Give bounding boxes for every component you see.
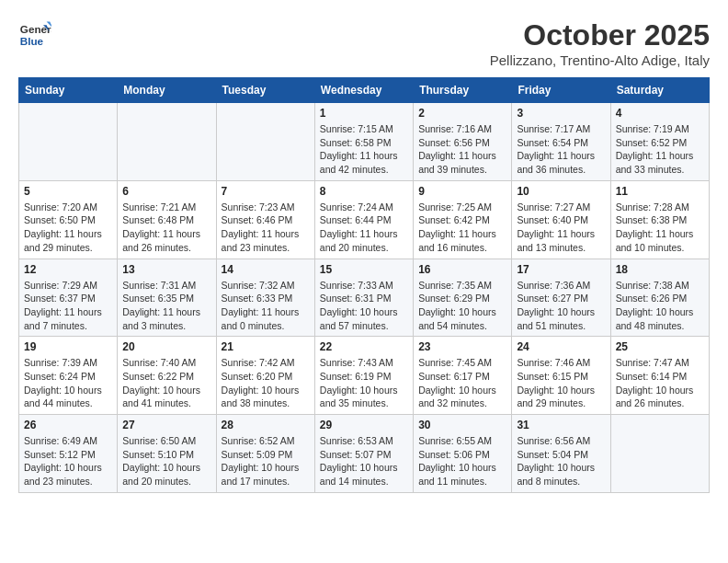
day-info: Sunrise: 7:39 AMSunset: 6:24 PMDaylight:…: [24, 356, 112, 410]
day-number: 31: [517, 419, 605, 431]
day-number: 29: [320, 419, 408, 431]
day-number: 12: [24, 263, 112, 276]
day-info: Sunrise: 6:50 AMSunset: 5:10 PMDaylight:…: [122, 434, 210, 488]
empty-cell: [216, 103, 314, 181]
day-info: Sunrise: 7:43 AMSunset: 6:19 PMDaylight:…: [320, 356, 408, 410]
day-cell-20: 20Sunrise: 7:40 AMSunset: 6:22 PMDayligh…: [118, 337, 216, 415]
day-info: Sunrise: 7:19 AMSunset: 6:52 PMDaylight:…: [616, 122, 704, 177]
day-header-wednesday: Wednesday: [314, 78, 413, 103]
day-cell-15: 15Sunrise: 7:33 AMSunset: 6:31 PMDayligh…: [314, 259, 413, 337]
day-cell-1: 1Sunrise: 7:15 AMSunset: 6:58 PMDaylight…: [314, 103, 413, 181]
day-cell-4: 4Sunrise: 7:19 AMSunset: 6:52 PMDaylight…: [610, 103, 709, 181]
day-cell-31: 31Sunrise: 6:56 AMSunset: 5:04 PMDayligh…: [512, 415, 610, 493]
day-cell-30: 30Sunrise: 6:55 AMSunset: 5:06 PMDayligh…: [414, 415, 512, 493]
day-number: 6: [122, 185, 210, 198]
day-cell-18: 18Sunrise: 7:38 AMSunset: 6:26 PMDayligh…: [610, 259, 709, 337]
day-info: Sunrise: 7:32 AMSunset: 6:33 PMDaylight:…: [222, 279, 310, 333]
day-number: 8: [320, 185, 408, 198]
day-number: 18: [616, 263, 704, 276]
day-info: Sunrise: 7:29 AMSunset: 6:37 PMDaylight:…: [24, 279, 112, 333]
day-cell-3: 3Sunrise: 7:17 AMSunset: 6:54 PMDaylight…: [512, 103, 610, 181]
logo-icon: General Blue: [18, 18, 51, 52]
day-info: Sunrise: 6:53 AMSunset: 5:07 PMDaylight:…: [320, 434, 408, 488]
day-number: 27: [122, 419, 210, 431]
day-number: 20: [122, 340, 210, 353]
day-cell-21: 21Sunrise: 7:42 AMSunset: 6:20 PMDayligh…: [216, 337, 314, 415]
day-cell-24: 24Sunrise: 7:46 AMSunset: 6:15 PMDayligh…: [512, 337, 610, 415]
day-header-friday: Friday: [512, 78, 610, 103]
day-cell-13: 13Sunrise: 7:31 AMSunset: 6:35 PMDayligh…: [118, 259, 216, 337]
day-number: 14: [222, 263, 310, 276]
day-cell-5: 5Sunrise: 7:20 AMSunset: 6:50 PMDaylight…: [19, 180, 118, 259]
week-row-2: 5Sunrise: 7:20 AMSunset: 6:50 PMDaylight…: [19, 180, 710, 259]
day-info: Sunrise: 6:49 AMSunset: 5:12 PMDaylight:…: [24, 434, 112, 488]
day-cell-14: 14Sunrise: 7:32 AMSunset: 6:33 PMDayligh…: [216, 259, 314, 337]
month-title: October 2025: [490, 18, 710, 52]
empty-cell: [118, 103, 216, 181]
day-info: Sunrise: 7:38 AMSunset: 6:26 PMDaylight:…: [616, 279, 704, 333]
day-number: 22: [320, 340, 408, 353]
day-cell-9: 9Sunrise: 7:25 AMSunset: 6:42 PMDaylight…: [414, 180, 512, 259]
day-header-sunday: Sunday: [19, 78, 118, 103]
day-number: 25: [616, 340, 704, 353]
day-number: 1: [320, 107, 408, 120]
day-number: 23: [418, 340, 506, 353]
day-info: Sunrise: 7:46 AMSunset: 6:15 PMDaylight:…: [517, 356, 605, 410]
day-info: Sunrise: 7:25 AMSunset: 6:42 PMDaylight:…: [418, 201, 506, 255]
svg-text:Blue: Blue: [20, 35, 44, 47]
day-info: Sunrise: 7:16 AMSunset: 6:56 PMDaylight:…: [418, 122, 506, 177]
empty-cell: [610, 415, 709, 493]
day-cell-8: 8Sunrise: 7:24 AMSunset: 6:44 PMDaylight…: [314, 180, 413, 259]
day-cell-10: 10Sunrise: 7:27 AMSunset: 6:40 PMDayligh…: [512, 180, 610, 259]
day-cell-2: 2Sunrise: 7:16 AMSunset: 6:56 PMDaylight…: [414, 103, 512, 181]
day-info: Sunrise: 7:27 AMSunset: 6:40 PMDaylight:…: [517, 201, 605, 255]
day-header-saturday: Saturday: [610, 78, 709, 103]
day-number: 17: [517, 263, 605, 276]
day-header-monday: Monday: [118, 78, 216, 103]
day-info: Sunrise: 7:15 AMSunset: 6:58 PMDaylight:…: [320, 122, 408, 177]
day-cell-16: 16Sunrise: 7:35 AMSunset: 6:29 PMDayligh…: [414, 259, 512, 337]
day-number: 30: [418, 419, 506, 431]
day-info: Sunrise: 7:45 AMSunset: 6:17 PMDaylight:…: [418, 356, 506, 410]
day-cell-19: 19Sunrise: 7:39 AMSunset: 6:24 PMDayligh…: [19, 337, 118, 415]
day-info: Sunrise: 7:24 AMSunset: 6:44 PMDaylight:…: [320, 201, 408, 255]
day-number: 16: [418, 263, 506, 276]
logo: General Blue: [18, 18, 51, 52]
day-number: 4: [616, 107, 704, 120]
day-header-tuesday: Tuesday: [216, 78, 314, 103]
day-info: Sunrise: 7:47 AMSunset: 6:14 PMDaylight:…: [616, 356, 704, 410]
day-number: 24: [517, 340, 605, 353]
day-info: Sunrise: 6:52 AMSunset: 5:09 PMDaylight:…: [222, 434, 310, 488]
day-info: Sunrise: 7:40 AMSunset: 6:22 PMDaylight:…: [122, 356, 210, 410]
day-number: 5: [24, 185, 112, 198]
day-number: 9: [418, 185, 506, 198]
day-info: Sunrise: 7:42 AMSunset: 6:20 PMDaylight:…: [222, 356, 310, 410]
day-number: 15: [320, 263, 408, 276]
day-cell-29: 29Sunrise: 6:53 AMSunset: 5:07 PMDayligh…: [314, 415, 413, 493]
day-number: 21: [222, 340, 310, 353]
day-info: Sunrise: 7:23 AMSunset: 6:46 PMDaylight:…: [222, 201, 310, 255]
day-cell-11: 11Sunrise: 7:28 AMSunset: 6:38 PMDayligh…: [610, 180, 709, 259]
day-info: Sunrise: 7:36 AMSunset: 6:27 PMDaylight:…: [517, 279, 605, 333]
day-number: 2: [418, 107, 506, 120]
day-cell-17: 17Sunrise: 7:36 AMSunset: 6:27 PMDayligh…: [512, 259, 610, 337]
day-cell-25: 25Sunrise: 7:47 AMSunset: 6:14 PMDayligh…: [610, 337, 709, 415]
day-info: Sunrise: 7:31 AMSunset: 6:35 PMDaylight:…: [122, 279, 210, 333]
day-info: Sunrise: 7:28 AMSunset: 6:38 PMDaylight:…: [616, 201, 704, 255]
day-number: 26: [24, 419, 112, 431]
day-number: 10: [517, 185, 605, 198]
day-cell-7: 7Sunrise: 7:23 AMSunset: 6:46 PMDaylight…: [216, 180, 314, 259]
svg-text:General: General: [20, 23, 51, 35]
day-info: Sunrise: 7:20 AMSunset: 6:50 PMDaylight:…: [24, 201, 112, 255]
day-number: 3: [517, 107, 605, 120]
day-cell-22: 22Sunrise: 7:43 AMSunset: 6:19 PMDayligh…: [314, 337, 413, 415]
day-info: Sunrise: 7:17 AMSunset: 6:54 PMDaylight:…: [517, 122, 605, 177]
day-cell-26: 26Sunrise: 6:49 AMSunset: 5:12 PMDayligh…: [19, 415, 118, 493]
day-info: Sunrise: 6:55 AMSunset: 5:06 PMDaylight:…: [418, 434, 506, 488]
location: Pellizzano, Trentino-Alto Adige, Italy: [490, 52, 710, 68]
calendar-table: SundayMondayTuesdayWednesdayThursdayFrid…: [18, 77, 710, 493]
day-number: 13: [122, 263, 210, 276]
day-number: 28: [222, 419, 310, 431]
week-row-1: 1Sunrise: 7:15 AMSunset: 6:58 PMDaylight…: [19, 103, 710, 181]
day-number: 11: [616, 185, 704, 198]
